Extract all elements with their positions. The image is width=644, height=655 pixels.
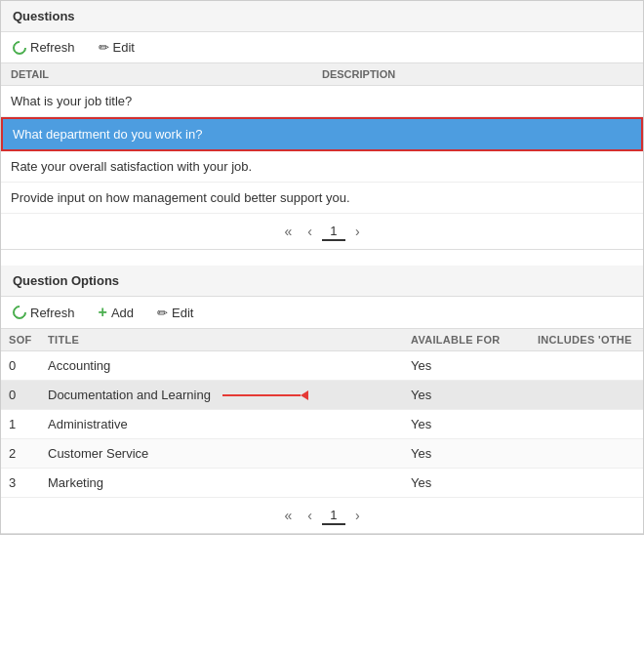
questions-edit-label: Edit — [113, 40, 135, 55]
option-row-3-sof: 1 — [9, 417, 48, 431]
question-row-1[interactable]: What is your job title? — [1, 86, 643, 117]
options-title-text: Question Options — [13, 273, 119, 288]
questions-toolbar: Refresh ✏ Edit — [1, 32, 643, 63]
option-row-5[interactable]: 3 Marketing Yes — [1, 469, 643, 498]
options-page-number: 1 — [322, 507, 345, 525]
questions-edit-button[interactable]: ✏ Edit — [95, 38, 139, 57]
add-icon: + — [99, 305, 107, 320]
questions-section-title: Questions — [1, 1, 643, 32]
options-edit-label: Edit — [172, 306, 193, 320]
questions-col-desc-header: DESCRIPTION — [322, 68, 633, 80]
col-avail-header: AVAILABLE FOR — [411, 334, 538, 346]
options-refresh-button[interactable]: Refresh — [9, 304, 79, 322]
arrow-head — [301, 390, 308, 400]
options-toolbar: Refresh + Add ✏ Edit — [1, 297, 643, 329]
options-add-button[interactable]: + Add — [95, 303, 138, 322]
question-row-4[interactable]: Provide input on how management could be… — [1, 183, 643, 214]
col-includes-header: INCLUDES 'OTHE — [538, 334, 635, 346]
option-row-4-title: Customer Service — [48, 446, 411, 461]
option-row-3-avail: Yes — [411, 417, 538, 431]
option-row-3[interactable]: 1 Administrative Yes — [1, 410, 643, 439]
option-row-5-sof: 3 — [9, 475, 48, 490]
questions-first-page-button[interactable]: « — [278, 222, 298, 241]
option-row-2-title: Documentation and Learning — [48, 388, 411, 402]
options-edit-button[interactable]: ✏ Edit — [153, 304, 197, 322]
section-gap — [1, 250, 643, 266]
questions-refresh-button[interactable]: Refresh — [9, 38, 79, 57]
questions-next-page-button[interactable]: › — [349, 222, 366, 241]
options-prev-page-button[interactable]: ‹ — [302, 506, 318, 525]
col-sof-header: SOF — [9, 334, 48, 346]
question-row-3[interactable]: Rate your overall satisfaction with your… — [1, 151, 643, 183]
option-row-4[interactable]: 2 Customer Service Yes — [1, 439, 643, 469]
option-row-1-title: Accounting — [48, 358, 411, 373]
col-title-header: TITLE — [48, 334, 411, 346]
option-row-2-avail: Yes — [411, 388, 538, 402]
option-row-2-sof: 0 — [9, 388, 48, 402]
option-row-1-sof: 0 — [9, 358, 48, 373]
option-row-5-title: Marketing — [48, 475, 411, 490]
left-arrow-indicator — [222, 390, 308, 400]
options-table-header: SOF TITLE AVAILABLE FOR INCLUDES 'OTHE — [1, 329, 643, 351]
option-row-1-avail: Yes — [411, 358, 538, 373]
options-next-page-button[interactable]: › — [349, 506, 366, 525]
questions-pagination: « ‹ 1 › — [1, 214, 643, 250]
options-pagination: « ‹ 1 › — [1, 498, 643, 534]
questions-table-header: DETAIL DESCRIPTION — [1, 63, 643, 86]
option-row-5-avail: Yes — [411, 475, 538, 490]
options-edit-icon: ✏ — [157, 306, 168, 320]
questions-col-detail-header: DETAIL — [11, 68, 322, 80]
options-section-title: Question Options — [1, 266, 643, 297]
refresh-icon — [10, 38, 29, 58]
option-row-1[interactable]: 0 Accounting Yes — [1, 351, 643, 381]
questions-refresh-label: Refresh — [30, 40, 75, 55]
option-row-2[interactable]: 0 Documentation and Learning Yes — [1, 381, 643, 410]
options-refresh-icon — [10, 303, 29, 322]
options-add-label: Add — [111, 306, 134, 320]
arrow-line — [222, 394, 301, 396]
question-row-2[interactable]: What department do you work in? — [1, 117, 643, 151]
questions-page-number: 1 — [322, 223, 345, 241]
option-row-4-avail: Yes — [411, 446, 538, 461]
option-row-3-title: Administrative — [48, 417, 411, 431]
edit-icon: ✏ — [99, 40, 109, 55]
questions-prev-page-button[interactable]: ‹ — [302, 222, 318, 241]
questions-title-text: Questions — [13, 9, 75, 23]
option-row-4-sof: 2 — [9, 446, 48, 461]
options-first-page-button[interactable]: « — [278, 506, 298, 525]
options-refresh-label: Refresh — [30, 306, 75, 320]
